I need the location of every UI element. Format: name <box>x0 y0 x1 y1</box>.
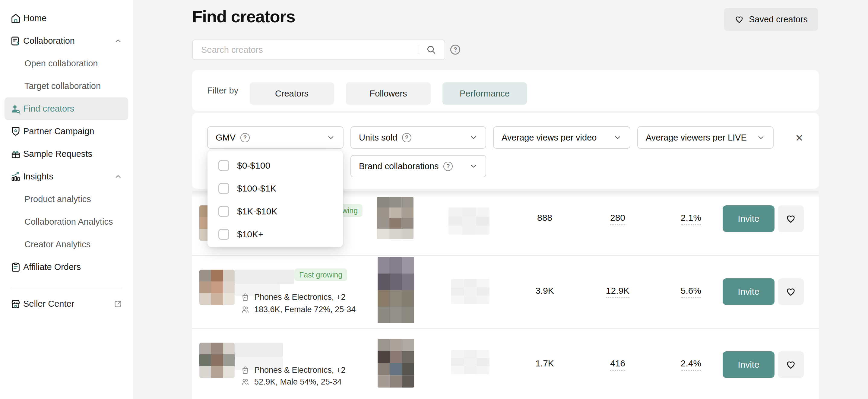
fast-growing-badge: Fast growing <box>294 268 347 281</box>
chevron-down-icon <box>757 133 765 142</box>
find-creators-page: { "colors": { "accent_teal": "#4f8e87", … <box>0 0 868 399</box>
sidebar-item-affiliate-orders[interactable]: Affiliate Orders <box>4 256 128 278</box>
units-sold-filter-dropdown[interactable]: Units sold ? <box>350 126 486 149</box>
find-creators-icon <box>10 103 23 115</box>
checkbox-icon[interactable] <box>218 160 229 171</box>
sidebar-item-target-collaboration[interactable]: Target collaboration <box>4 75 128 97</box>
chevron-up-icon <box>114 173 122 181</box>
sidebar-item-label: Home <box>23 13 46 23</box>
shield-star-icon <box>10 126 23 137</box>
sidebar-item-seller-center[interactable]: Seller Center <box>4 293 128 315</box>
units-sold-filter-label: Units sold <box>359 133 397 143</box>
tab-performance[interactable]: Performance <box>442 82 527 105</box>
gmv-filter-dropdown[interactable]: GMV ? <box>207 126 343 149</box>
checkbox-icon[interactable] <box>218 206 229 217</box>
tab-followers[interactable]: Followers <box>346 82 431 105</box>
gmv-option-0-100[interactable]: $0-$100 <box>208 154 343 177</box>
sidebar-item-label: Product analytics <box>25 194 91 204</box>
close-filters-icon[interactable]: ✕ <box>792 131 806 145</box>
categories-text: Phones & Electronics, +2 <box>254 366 345 375</box>
sidebar-item-insights[interactable]: Insights <box>4 165 128 188</box>
sidebar-item-sample-requests[interactable]: Sample Requests <box>4 143 128 165</box>
avatar[interactable] <box>199 343 235 378</box>
avg-live-viewers-value: 280 <box>585 213 651 223</box>
save-creator-heart-button[interactable] <box>778 278 804 305</box>
heart-icon <box>785 359 796 370</box>
external-link-icon <box>114 300 122 308</box>
categories-line: Phones & Electronics, +2 <box>240 365 345 375</box>
sidebar-item-label: Collaboration Analytics <box>25 217 113 227</box>
row-divider <box>192 328 819 329</box>
audience-icon <box>240 377 250 387</box>
avg-views-value: 3.9K <box>512 286 578 296</box>
blurred-value <box>451 350 490 374</box>
search-icon[interactable] <box>426 44 437 55</box>
search-bar <box>192 39 445 60</box>
avatar[interactable] <box>199 270 235 305</box>
sidebar-item-open-collaboration[interactable]: Open collaboration <box>4 52 128 75</box>
sidebar-item-partner-campaign[interactable]: Partner Campaign <box>4 120 128 143</box>
brand-collaborations-filter-dropdown[interactable]: Brand collaborations ? <box>350 155 486 177</box>
avg-live-viewers-value: 416 <box>585 358 651 369</box>
audience-line: 183.6K, Female 72%, 25-34 <box>240 305 355 314</box>
engagement-rate-value: 2.4% <box>658 358 724 369</box>
save-creator-heart-button[interactable] <box>778 351 804 378</box>
gift-icon <box>10 148 23 160</box>
save-creator-heart-button[interactable] <box>778 205 804 232</box>
gmv-help-icon[interactable]: ? <box>240 133 250 142</box>
checkbox-icon[interactable] <box>218 229 229 240</box>
gmv-option-10k-plus[interactable]: $10K+ <box>208 223 343 246</box>
collaboration-icon <box>10 35 23 47</box>
gmv-option-label: $1K-$10K <box>237 206 277 217</box>
sidebar-item-find-creators[interactable]: Find creators <box>4 97 128 120</box>
blurred-value <box>451 279 490 304</box>
sidebar-item-label: Target collaboration <box>25 81 101 91</box>
filter-by-label: Filter by <box>207 70 238 111</box>
blurred-creator-name <box>235 270 294 284</box>
sidebar-item-label: Creator Analytics <box>25 240 91 249</box>
avg-views-value: 888 <box>512 213 578 223</box>
avg-views-value: 1.7K <box>512 358 578 369</box>
sidebar-item-label: Partner Campaign <box>23 126 94 136</box>
sidebar-item-label: Find creators <box>23 104 74 114</box>
blurred-video-thumbnail[interactable] <box>378 339 414 388</box>
saved-creators-button[interactable]: Saved creators <box>724 8 818 31</box>
tab-creators[interactable]: Creators <box>250 82 334 105</box>
blurred-value <box>448 208 490 235</box>
invite-button[interactable]: Invite <box>723 351 775 378</box>
clipboard-icon <box>10 262 23 273</box>
audience-text: 183.6K, Female 72%, 25-34 <box>254 305 355 314</box>
sidebar-item-collaboration[interactable]: Collaboration <box>4 30 128 52</box>
sidebar-item-product-analytics[interactable]: Product analytics <box>4 188 128 211</box>
gmv-dropdown-panel: $0-$100 $100-$1K $1K-$10K $10K+ <box>208 151 343 247</box>
search-input[interactable] <box>193 45 418 55</box>
sidebar-item-collaboration-analytics[interactable]: Collaboration Analytics <box>4 211 128 233</box>
blurred-creator-name <box>235 343 283 357</box>
invite-button[interactable]: Invite <box>723 205 775 232</box>
heart-icon <box>785 213 796 224</box>
units-sold-help-icon[interactable]: ? <box>402 133 411 142</box>
sidebar-item-label: Affiliate Orders <box>23 262 81 272</box>
blurred-video-thumbnail[interactable] <box>377 197 413 239</box>
avg-live-viewers-filter-dropdown[interactable]: Average viewers per LIVE <box>637 126 774 149</box>
sidebar-item-home[interactable]: Home <box>4 7 128 30</box>
search-divider <box>418 45 419 54</box>
insights-chart-icon <box>10 171 23 182</box>
brand-collaborations-help-icon[interactable]: ? <box>443 162 453 171</box>
blurred-video-thumbnail[interactable] <box>378 257 414 323</box>
sidebar-item-label: Insights <box>23 172 53 182</box>
search-help-icon[interactable]: ? <box>450 44 460 55</box>
sidebar-item-label: Collaboration <box>23 36 75 46</box>
sidebar-item-creator-analytics[interactable]: Creator Analytics <box>4 233 128 256</box>
gmv-option-label: $100-$1K <box>237 183 276 194</box>
engagement-rate-value: 5.6% <box>658 286 724 296</box>
checkbox-icon[interactable] <box>218 183 229 194</box>
invite-button[interactable]: Invite <box>723 278 775 305</box>
chevron-down-icon <box>469 162 478 171</box>
gmv-option-1k-10k[interactable]: $1K-$10K <box>208 200 343 223</box>
categories-text: Phones & Electronics, +2 <box>254 293 345 302</box>
audience-text: 52.9K, Male 54%, 25-34 <box>254 377 342 387</box>
sidebar-item-label: Open collaboration <box>25 59 98 68</box>
gmv-option-100-1k[interactable]: $100-$1K <box>208 177 343 200</box>
avg-views-filter-dropdown[interactable]: Average views per video <box>493 126 630 149</box>
